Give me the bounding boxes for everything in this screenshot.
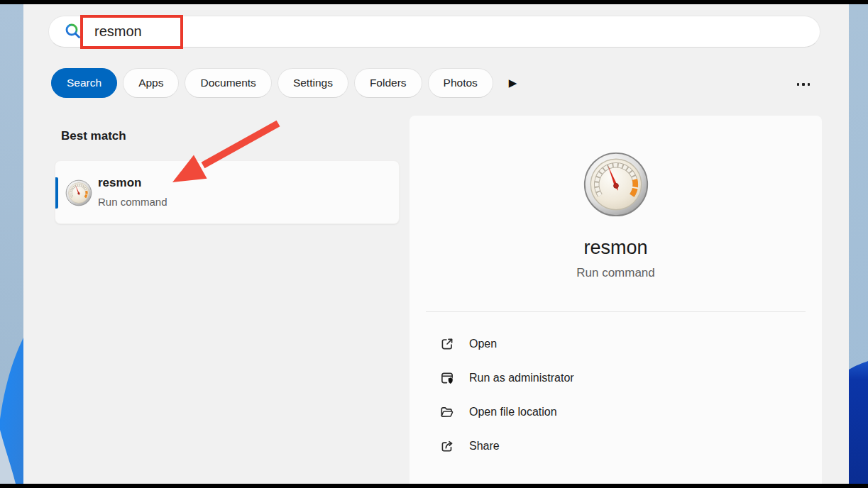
result-subtitle: Run command xyxy=(98,196,167,208)
action-run-as-administrator[interactable]: Run as administrator xyxy=(410,361,822,395)
bottom-border xyxy=(0,484,868,488)
tab-settings[interactable]: Settings xyxy=(278,68,348,98)
action-share[interactable]: Share xyxy=(410,429,822,463)
tab-documents[interactable]: Documents xyxy=(185,68,271,98)
result-title: resmon xyxy=(98,176,141,190)
more-options-icon[interactable] xyxy=(792,78,815,91)
selection-accent-bar xyxy=(55,177,58,209)
action-label: Share xyxy=(469,440,500,453)
gauge-meter-icon xyxy=(65,179,92,206)
windows-search-window: resmon Search Apps Documents Settings Fo… xyxy=(0,0,868,488)
share-icon xyxy=(439,438,455,454)
search-filter-tabs: Search Apps Documents Settings Folders P… xyxy=(51,68,517,98)
divider xyxy=(426,311,806,312)
top-border xyxy=(0,0,868,4)
admin-shield-icon xyxy=(439,370,455,386)
tab-search[interactable]: Search xyxy=(51,68,117,98)
tabs-overflow-icon[interactable]: ▶ xyxy=(509,77,517,89)
action-open[interactable]: Open xyxy=(410,327,822,361)
section-heading: Best match xyxy=(61,129,126,143)
preview-app-title: resmon xyxy=(410,237,822,259)
preview-panel: resmon Run command Open Run as administr… xyxy=(410,116,822,488)
action-label: Open file location xyxy=(469,406,557,418)
tab-folders[interactable]: Folders xyxy=(354,68,422,98)
gauge-meter-icon xyxy=(583,151,649,218)
tab-photos[interactable]: Photos xyxy=(428,68,493,98)
open-external-icon xyxy=(439,336,455,352)
action-open-file-location[interactable]: Open file location xyxy=(410,395,822,429)
folder-open-icon xyxy=(439,404,455,420)
tab-apps[interactable]: Apps xyxy=(123,68,179,98)
desktop-wallpaper-left xyxy=(0,4,23,484)
preview-app-subtitle: Run command xyxy=(410,266,822,280)
action-label: Run as administrator xyxy=(469,372,574,384)
action-list: Open Run as administrator Open file loca… xyxy=(410,327,822,463)
best-match-result[interactable]: resmon Run command xyxy=(55,160,400,224)
annotation-highlight-box xyxy=(80,15,183,49)
desktop-wallpaper-right xyxy=(849,4,868,484)
action-label: Open xyxy=(469,338,497,350)
